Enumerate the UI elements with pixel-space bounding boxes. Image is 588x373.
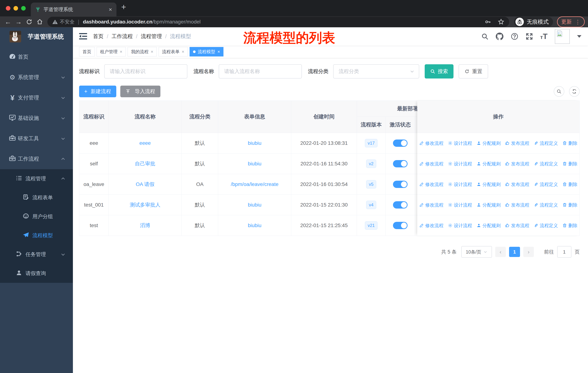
font-size-icon[interactable]: тT (540, 32, 547, 41)
form-info-link[interactable]: biubiu (248, 202, 262, 208)
minimize-window-button[interactable] (13, 6, 18, 10)
action-publish-process[interactable]: 发布流程 (505, 181, 529, 187)
form-info-link[interactable]: biubiu (248, 140, 262, 146)
tag-process-model[interactable]: 流程模型× (189, 47, 223, 56)
active-toggle[interactable] (393, 201, 408, 209)
action-publish-process[interactable]: 发布流程 (505, 222, 529, 229)
sidebar-item-leave-query[interactable]: 请假查询 (0, 264, 73, 283)
action-delete[interactable]: 删除 (562, 222, 578, 229)
user-avatar[interactable] (555, 29, 570, 44)
browser-menu-icon[interactable]: ⋮ (575, 19, 580, 25)
sidebar-item-devtools[interactable]: 研发工具 (0, 128, 73, 149)
page-size-select[interactable]: 10条/页 (461, 246, 492, 258)
reload-icon[interactable] (24, 17, 34, 27)
tag-process-form[interactable]: 流程表单× (158, 47, 188, 56)
refresh-table-button[interactable] (569, 86, 580, 97)
tag-home[interactable]: 首页 (79, 47, 95, 56)
github-icon[interactable] (496, 33, 504, 40)
form-info-link[interactable]: biubiu (248, 222, 262, 228)
version-badge[interactable]: v17 (365, 139, 378, 147)
sidebar-item-process-model[interactable]: 流程模型 (0, 226, 73, 245)
action-process-definition[interactable]: 流程定义 (534, 181, 558, 187)
browser-tab[interactable]: 芋道管理系统 × (31, 2, 116, 16)
action-edit-process[interactable]: 修改流程 (419, 181, 443, 187)
browser-update-button[interactable]: 更新 ⋮ (557, 16, 585, 27)
bookmark-star-icon[interactable] (498, 18, 504, 25)
action-publish-process[interactable]: 发布流程 (505, 140, 529, 146)
import-process-button[interactable]: 导入流程 (120, 86, 160, 97)
sidebar-item-task-mgmt[interactable]: 任务管理 (0, 245, 73, 264)
tab-close-icon[interactable]: × (109, 6, 112, 13)
close-icon[interactable]: × (217, 49, 220, 54)
close-icon[interactable]: × (120, 49, 122, 54)
active-toggle[interactable] (393, 160, 408, 167)
action-design-process[interactable]: 设计流程 (448, 181, 472, 187)
action-process-definition[interactable]: 流程定义 (534, 222, 558, 229)
next-page-button[interactable]: › (523, 247, 534, 257)
action-delete[interactable]: 删除 (562, 181, 578, 187)
create-process-button[interactable]: + 新建流程 (79, 86, 116, 97)
action-publish-process[interactable]: 发布流程 (505, 202, 529, 208)
action-design-process[interactable]: 设计流程 (448, 140, 472, 146)
action-publish-process[interactable]: 发布流程 (505, 161, 529, 167)
action-process-definition[interactable]: 流程定义 (534, 140, 558, 146)
sidebar-item-home[interactable]: 首页 (0, 47, 73, 67)
action-edit-process[interactable]: 修改流程 (419, 161, 443, 167)
fullscreen-icon[interactable] (526, 33, 533, 40)
breadcrumb-item[interactable]: 工作流程 (112, 33, 133, 40)
action-design-process[interactable]: 设计流程 (448, 222, 472, 229)
process-name-link[interactable]: 滔博 (140, 222, 150, 229)
process-name-link[interactable]: eeee (139, 140, 151, 146)
page-number-button[interactable]: 1 (509, 247, 520, 257)
action-delete[interactable]: 删除 (562, 140, 578, 146)
sidebar-item-process-form[interactable]: 流程表单 (0, 188, 73, 207)
form-info-link[interactable]: biubiu (248, 161, 262, 167)
version-badge[interactable]: v5 (366, 180, 376, 189)
version-badge[interactable]: v4 (366, 201, 376, 209)
action-assign-rule[interactable]: 分配规则 (476, 140, 501, 146)
home-icon[interactable] (35, 17, 44, 27)
prev-page-button[interactable]: ‹ (495, 247, 506, 257)
search-button[interactable]: 搜索 (425, 64, 453, 79)
address-bar[interactable]: 不安全 | dashboard.yudao.iocoder.cn/bpm/man… (47, 17, 509, 27)
action-edit-process[interactable]: 修改流程 (419, 140, 443, 146)
sidebar-item-workflow[interactable]: 工作流程 (0, 149, 73, 169)
action-assign-rule[interactable]: 分配规则 (476, 202, 501, 208)
action-design-process[interactable]: 设计流程 (448, 161, 472, 167)
action-edit-process[interactable]: 修改流程 (419, 202, 443, 208)
toggle-search-button[interactable] (554, 86, 564, 97)
form-info-link[interactable]: /bpm/oa/leave/create (231, 181, 279, 187)
reset-button[interactable]: 重置 (459, 64, 488, 79)
password-key-icon[interactable] (484, 18, 491, 25)
process-category-select[interactable]: 流程分类 (333, 64, 419, 79)
back-icon[interactable]: ← (3, 17, 13, 27)
active-toggle[interactable] (393, 140, 408, 147)
search-icon[interactable] (481, 33, 488, 40)
action-edit-process[interactable]: 修改流程 (419, 222, 443, 229)
close-window-button[interactable] (6, 6, 10, 10)
sidebar-item-process-mgmt[interactable]: 流程管理 (0, 169, 73, 188)
action-design-process[interactable]: 设计流程 (448, 202, 472, 208)
breadcrumb-item[interactable]: 首页 (93, 33, 104, 40)
process-name-link[interactable]: 测试多审批人 (130, 202, 160, 208)
avatar-caret-icon[interactable] (577, 35, 581, 38)
action-process-definition[interactable]: 流程定义 (534, 161, 558, 167)
sidebar-logo[interactable]: 芋道管理系统 (0, 27, 73, 46)
active-toggle[interactable] (393, 222, 408, 229)
forward-icon[interactable]: → (14, 17, 23, 27)
close-icon[interactable]: × (151, 49, 153, 54)
process-name-input[interactable] (219, 64, 302, 79)
sidebar-item-infra[interactable]: 基础设施 (0, 108, 73, 128)
version-badge[interactable]: v21 (365, 221, 378, 230)
process-name-link[interactable]: OA 请假 (136, 181, 155, 188)
sidebar-item-payment[interactable]: ¥ 支付管理 (0, 88, 73, 108)
help-icon[interactable] (511, 33, 518, 40)
collapse-sidebar-icon[interactable] (79, 33, 87, 40)
action-assign-rule[interactable]: 分配规则 (476, 161, 501, 167)
tag-my-process[interactable]: 我的流程× (128, 47, 157, 56)
close-icon[interactable]: × (182, 49, 184, 54)
security-label[interactable]: 不安全 (60, 19, 74, 25)
tag-tenant[interactable]: 租户管理× (97, 47, 126, 56)
zoom-window-button[interactable] (21, 6, 26, 10)
action-delete[interactable]: 删除 (562, 202, 578, 208)
